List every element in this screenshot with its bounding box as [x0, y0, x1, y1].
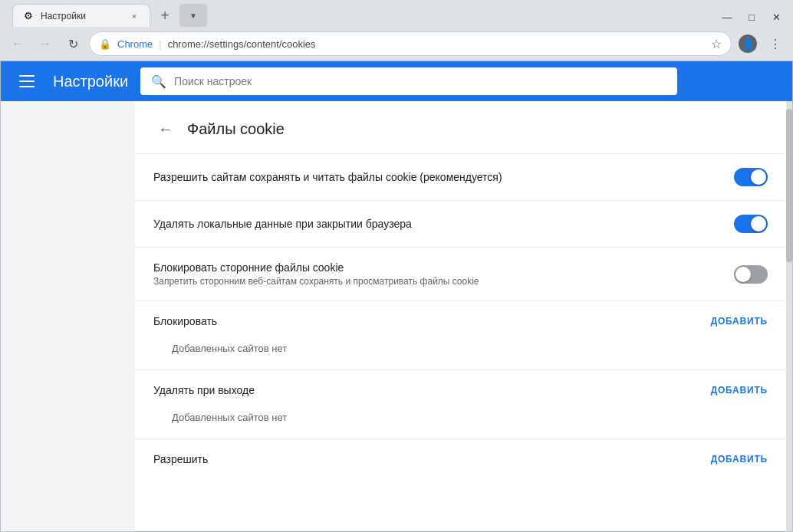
allow-cookies-toggle[interactable] — [734, 168, 768, 186]
maximize-button[interactable]: □ — [741, 6, 762, 28]
block-third-party-sublabel: Запретить сторонним веб-сайтам сохранять… — [153, 276, 734, 287]
delete-on-exit-section-label: Удалять при выходе — [153, 384, 255, 396]
browser-menu-button[interactable]: ⋮ — [764, 32, 787, 55]
block-section-label: Блокировать — [153, 315, 217, 327]
hamburger-line-3 — [19, 86, 35, 87]
page-header: ← Файлы cookie — [135, 101, 786, 154]
minimize-button[interactable]: — — [716, 6, 738, 28]
window-controls: — □ ✕ — [716, 6, 787, 28]
secure-icon: 🔒 — [99, 38, 111, 50]
settings-page: ← Файлы cookie Разрешить сайтам сохранят… — [135, 101, 786, 531]
delete-on-exit-empty-text: Добавленных сайтов нет — [135, 402, 786, 439]
block-third-party-label: Блокировать сторонние файлы cookie — [153, 261, 734, 274]
profile-avatar: 👤 — [739, 34, 757, 53]
search-box[interactable]: 🔍 — [140, 67, 677, 95]
brand-label: Chrome — [117, 38, 153, 50]
search-icon: 🔍 — [151, 74, 166, 89]
back-button[interactable]: ← — [6, 32, 29, 55]
bookmark-star-icon[interactable]: ☆ — [711, 37, 722, 51]
close-button[interactable]: ✕ — [765, 6, 787, 28]
clear-on-exit-row: Удалять локальные данные при закрытии бр… — [135, 201, 786, 248]
allow-cookies-row: Разрешить сайтам сохранять и читать файл… — [135, 154, 786, 201]
clear-on-exit-label: Удалять локальные данные при закрытии бр… — [153, 218, 734, 230]
allow-section-header: Разрешить ДОБАВИТЬ — [135, 439, 786, 471]
block-third-party-toggle-knob — [735, 267, 751, 282]
tab-extra-menu[interactable]: ▼ — [179, 4, 207, 27]
active-tab[interactable]: ⚙ Настройки × — [12, 4, 150, 27]
new-tab-button[interactable]: + — [153, 4, 176, 27]
allow-section-label: Разрешить — [153, 453, 208, 465]
hamburger-line-1 — [19, 75, 35, 77]
tab-close-button[interactable]: × — [128, 10, 140, 22]
scrollbar-thumb[interactable] — [786, 109, 792, 262]
tab-bar: ⚙ Настройки × + ▼ — [6, 0, 207, 27]
hamburger-line-2 — [19, 80, 35, 82]
settings-main: ← Файлы cookie Разрешить сайтам сохранят… — [135, 101, 792, 531]
url-separator: | — [159, 38, 161, 50]
block-third-party-toggle[interactable] — [734, 265, 768, 284]
delete-on-exit-section-header: Удалять при выходе ДОБАВИТЬ — [135, 370, 786, 402]
clear-on-exit-toggle[interactable] — [734, 215, 768, 233]
profile-button[interactable]: 👤 — [736, 32, 759, 55]
allow-cookies-toggle-knob — [751, 169, 766, 185]
settings-header-title: Настройки — [53, 73, 128, 90]
page-title: Файлы cookie — [187, 120, 285, 138]
allow-cookies-label: Разрешить сайтам сохранять и читать файл… — [153, 171, 734, 183]
delete-on-exit-add-button[interactable]: ДОБАВИТЬ — [711, 385, 768, 396]
allow-cookies-text: Разрешить сайтам сохранять и читать файл… — [153, 171, 734, 183]
block-section-header: Блокировать ДОБАВИТЬ — [135, 301, 786, 333]
settings-header: Настройки 🔍 — [1, 61, 792, 101]
sidebar-spacer — [1, 101, 135, 531]
clear-on-exit-toggle-knob — [751, 216, 766, 232]
block-add-button[interactable]: ДОБАВИТЬ — [711, 316, 768, 327]
browser-window: Настройки 🔍 ← Файлы cookie Разрешить сай… — [0, 61, 793, 532]
url-text: chrome://settings/content/cookies — [168, 38, 705, 50]
block-third-party-row: Блокировать сторонние файлы cookie Запре… — [135, 248, 786, 301]
settings-content-wrapper: ← Файлы cookie Разрешить сайтам сохранят… — [1, 101, 792, 531]
address-bar[interactable]: 🔒 Chrome | chrome://settings/content/coo… — [89, 31, 732, 56]
clear-on-exit-text: Удалять локальные данные при закрытии бр… — [153, 218, 734, 230]
search-input[interactable] — [174, 75, 666, 87]
forward-button[interactable]: → — [34, 32, 57, 55]
page-back-button[interactable]: ← — [153, 117, 178, 141]
title-bar: ⚙ Настройки × + ▼ — □ ✕ — [0, 0, 793, 27]
scrollbar[interactable] — [786, 101, 792, 531]
tab-favicon: ⚙ — [22, 10, 35, 22]
reload-button[interactable]: ↻ — [61, 32, 84, 55]
tab-title: Настройки — [41, 11, 122, 21]
allow-add-button[interactable]: ДОБАВИТЬ — [711, 454, 768, 465]
block-third-party-text: Блокировать сторонние файлы cookie Запре… — [153, 261, 734, 287]
address-bar-row: ← → ↻ 🔒 Chrome | chrome://settings/conte… — [0, 27, 793, 61]
hamburger-menu-button[interactable] — [13, 67, 41, 95]
block-empty-text: Добавленных сайтов нет — [135, 333, 786, 370]
